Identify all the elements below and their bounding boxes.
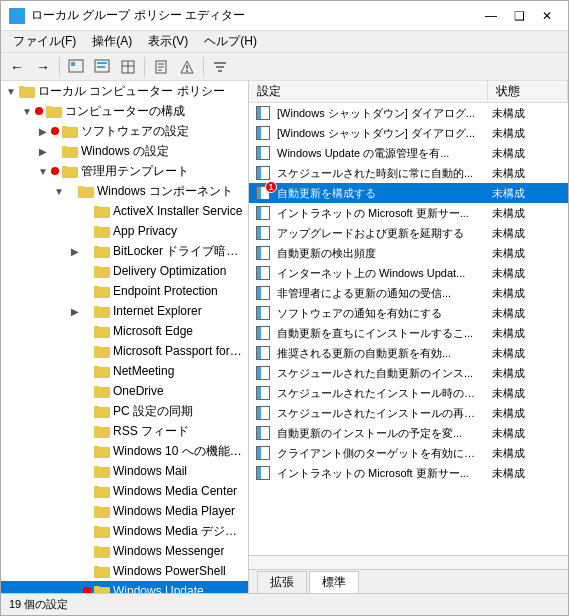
header-status: 状態	[488, 81, 568, 102]
list-row[interactable]: イントラネットの Microsoft 更新サー... 未構成	[249, 203, 568, 223]
expand-computer[interactable]: ▼	[19, 103, 35, 119]
menu-file[interactable]: ファイル(F)	[5, 31, 84, 52]
expand-software[interactable]: ▶	[35, 123, 51, 139]
tree-item-media-player[interactable]: ▶ Windows Media Player	[1, 501, 248, 521]
list-row[interactable]: クライアント側のターゲットを有効にする 未構成	[249, 443, 568, 463]
tree-item-admin-templates[interactable]: ▼ 管理用テンプレート	[1, 161, 248, 181]
tree-item-delivery[interactable]: ▶ Delivery Optimization	[1, 261, 248, 281]
list-row[interactable]: スケジュールされたインストールの再起... 未構成	[249, 403, 568, 423]
tree-item-activex[interactable]: ▶ ActiveX Installer Service	[1, 201, 248, 221]
list-row[interactable]: 非管理者による更新の通知の受信... 未構成	[249, 283, 568, 303]
restore-button[interactable]: ❑	[506, 6, 532, 26]
expand-win-settings[interactable]: ▶	[35, 143, 51, 159]
forward-button[interactable]: →	[31, 56, 55, 78]
close-button[interactable]: ✕	[534, 6, 560, 26]
tree-root[interactable]: ▼ ローカル コンピューター ポリシー	[1, 81, 248, 101]
setting-name-1: [Windows シャットダウン] ダイアログ...	[273, 126, 488, 141]
status-cell-15: 未構成	[488, 406, 568, 421]
toolbar-separator-3	[203, 57, 204, 77]
list-row[interactable]: スケジュールされた自動更新のインス... 未構成	[249, 363, 568, 383]
tree-item-pc-sync[interactable]: ▶ PC 設定の同期	[1, 401, 248, 421]
list-body[interactable]: [Windows シャットダウン] ダイアログ... 未構成 [Windows …	[249, 103, 568, 555]
list-row[interactable]: 自動更新の検出頻度 未構成	[249, 243, 568, 263]
tree-item-win-components[interactable]: ▼ Windows コンポーネント	[1, 181, 248, 201]
folder-icon-passport	[94, 344, 110, 358]
tree-item-edge[interactable]: ▶ Microsoft Edge	[1, 321, 248, 341]
tab-extended[interactable]: 拡張	[257, 571, 307, 593]
tree-item-win-settings-label: Windows の設定	[81, 143, 169, 160]
expand-bitlocker[interactable]: ▶	[67, 243, 83, 259]
menu-action[interactable]: 操作(A)	[84, 31, 140, 52]
list-row[interactable]: スケジュールされたインストール時の再... 未構成	[249, 383, 568, 403]
list-row[interactable]: [Windows シャットダウン] ダイアログ... 未構成	[249, 123, 568, 143]
dot-none-10	[83, 347, 91, 355]
dot-none-6	[83, 267, 91, 275]
list-row[interactable]: 自動更新のインストールの予定を変... 未構成	[249, 423, 568, 443]
tree-item-bitlocker[interactable]: ▶ BitLocker ドライブ暗号化	[1, 241, 248, 261]
menu-view[interactable]: 表示(V)	[140, 31, 196, 52]
tree-item-activex-label: ActiveX Installer Service	[113, 204, 242, 218]
list-row[interactable]: アップグレードおよび更新を延期する 未構成	[249, 223, 568, 243]
tree-item-endpoint[interactable]: ▶ Endpoint Protection	[1, 281, 248, 301]
tree-item-software[interactable]: ▶ ソフトウェアの設定	[1, 121, 248, 141]
status-cell-11: 未構成	[488, 326, 568, 341]
tree-item-app-privacy-label: App Privacy	[113, 224, 177, 238]
row-policy-icon	[253, 363, 273, 383]
row-policy-icon	[253, 223, 273, 243]
tree-panel[interactable]: ▼ ローカル コンピューター ポリシー ▼ コンピューターの構成 ▶	[1, 81, 249, 593]
tree-item-rss[interactable]: ▶ RSS フィード	[1, 421, 248, 441]
list-row[interactable]: 推奨される更新の自動更新を有効... 未構成	[249, 343, 568, 363]
toolbar-btn-1[interactable]	[64, 56, 88, 78]
list-row[interactable]: [Windows シャットダウン] ダイアログ... 未構成	[249, 103, 568, 123]
filter-button[interactable]	[208, 56, 232, 78]
expand-admin-templates[interactable]: ▼	[35, 163, 51, 179]
list-row[interactable]: イントラネットの Microsoft 更新サー... 未構成	[249, 463, 568, 483]
toolbar-btn-3[interactable]	[116, 56, 140, 78]
toolbar-btn-4[interactable]	[149, 56, 173, 78]
tree-item-media-digital[interactable]: ▶ Windows Media デジタル库...	[1, 521, 248, 541]
list-row[interactable]: 自動更新を直ちにインストールするこ... 未構成	[249, 323, 568, 343]
toolbar-btn-2[interactable]	[90, 56, 114, 78]
folder-icon-software	[62, 124, 78, 138]
setting-name-8: インターネット上の Windows Updat...	[273, 266, 488, 281]
list-row-selected[interactable]: 1 自動更新を構成する 未構成	[249, 183, 568, 203]
dot-none-14	[83, 427, 91, 435]
tree-item-onedrive-label: OneDrive	[113, 384, 164, 398]
policy-icon-18	[256, 466, 270, 480]
tree-item-win10[interactable]: ▶ Windows 10 への機能の追...	[1, 441, 248, 461]
menu-help[interactable]: ヘルプ(H)	[196, 31, 265, 52]
tree-item-windows-settings[interactable]: ▶ Windows の設定	[1, 141, 248, 161]
tree-item-media-center[interactable]: ▶ Windows Media Center	[1, 481, 248, 501]
tree-item-passport[interactable]: ▶ Microsoft Passport for Wo...	[1, 341, 248, 361]
toolbar: ← →	[1, 53, 568, 81]
policy-icon-11	[256, 326, 270, 340]
list-row[interactable]: インターネット上の Windows Updat... 未構成	[249, 263, 568, 283]
tree-item-onedrive[interactable]: ▶ OneDrive	[1, 381, 248, 401]
minimize-button[interactable]: —	[478, 6, 504, 26]
list-row[interactable]: スケジュールされた時刻に常に自動的... 未構成	[249, 163, 568, 183]
policy-icon-14	[256, 386, 270, 400]
tree-item-powershell[interactable]: ▶ Windows PowerShell	[1, 561, 248, 581]
horizontal-scrollbar[interactable]	[249, 555, 568, 569]
expand-win-components[interactable]: ▼	[51, 183, 67, 199]
back-button[interactable]: ←	[5, 56, 29, 78]
right-panel: 設定 状態 [Windows シャットダウン] ダイアログ... 未構成 [Wi…	[249, 81, 568, 593]
tab-standard[interactable]: 標準	[309, 571, 359, 593]
tree-item-powershell-label: Windows PowerShell	[113, 564, 226, 578]
tree-item-ie[interactable]: ▶ Internet Explorer	[1, 301, 248, 321]
setting-name-13: スケジュールされた自動更新のインス...	[273, 366, 488, 381]
expand-ie[interactable]: ▶	[67, 303, 83, 319]
toolbar-btn-5[interactable]	[175, 56, 199, 78]
list-row[interactable]: ソフトウェアの通知を有効にする 未構成	[249, 303, 568, 323]
setting-name-11: 自動更新を直ちにインストールするこ...	[273, 326, 488, 341]
tree-item-computer[interactable]: ▼ コンピューターの構成	[1, 101, 248, 121]
list-row[interactable]: Windows Update の電源管理を有... 未構成	[249, 143, 568, 163]
tree-item-windows-update[interactable]: ▶ Windows Update	[1, 581, 248, 593]
expand-root[interactable]: ▼	[3, 83, 19, 99]
tree-item-mail[interactable]: ▶ Windows Mail	[1, 461, 248, 481]
policy-icon-17	[256, 446, 270, 460]
tree-item-messenger[interactable]: ▶ Windows Messenger	[1, 541, 248, 561]
policy-icon-6	[256, 226, 270, 240]
tree-item-netmeeting[interactable]: ▶ NetMeeting	[1, 361, 248, 381]
tree-item-app-privacy[interactable]: ▶ App Privacy	[1, 221, 248, 241]
